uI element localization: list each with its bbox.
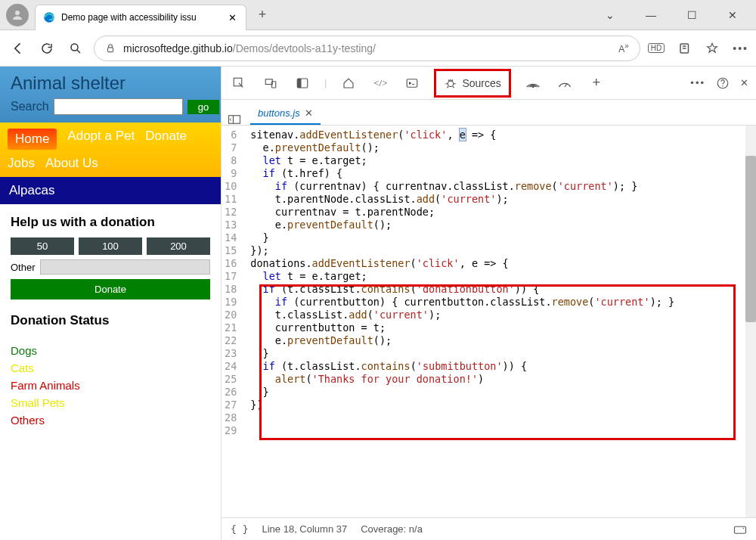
panel-icon[interactable]: [293, 71, 312, 95]
code-editor[interactable]: 6789101112131415161718192021222324252627…: [222, 126, 756, 517]
chevron-down-icon[interactable]: ⌄: [599, 9, 621, 21]
status-item[interactable]: Cats: [11, 359, 210, 377]
file-tabs: buttons.js ✕: [222, 100, 756, 126]
new-tab-button[interactable]: +: [251, 7, 274, 23]
svg-rect-15: [229, 116, 240, 124]
donation-amount-200[interactable]: 200: [147, 237, 210, 255]
donation-amount-100[interactable]: 100: [79, 237, 142, 255]
screenshot-icon[interactable]: [733, 524, 747, 535]
nav-about[interactable]: About Us: [45, 156, 98, 171]
more-tabs-button[interactable]: +: [587, 71, 606, 95]
refresh-button[interactable]: [36, 38, 57, 59]
status-item[interactable]: Farm Animals: [11, 377, 210, 394]
welcome-icon[interactable]: [339, 71, 358, 95]
edge-icon: [43, 11, 55, 23]
other-label: Other: [11, 262, 36, 273]
donate-button[interactable]: Donate: [11, 279, 210, 299]
donation-heading: Help us with a donation: [11, 215, 210, 230]
read-aloud-icon[interactable]: A»: [618, 42, 629, 54]
svg-point-11: [448, 81, 454, 87]
devtools-close-button[interactable]: ✕: [740, 77, 748, 88]
webpage-panel: Animal shelter Search go Home Adopt a Pe…: [0, 67, 221, 540]
site-nav: Home Adopt a Pet Donate Jobs About Us: [0, 123, 221, 177]
status-item[interactable]: Small Pets: [11, 394, 210, 411]
tab-close-button[interactable]: ✕: [226, 11, 238, 23]
search-button[interactable]: [65, 38, 86, 59]
address-bar: microsoftedge.github.io/Demos/devtools-a…: [0, 30, 756, 67]
bug-icon: [444, 76, 457, 90]
minimize-button[interactable]: —: [640, 9, 662, 21]
inspect-icon[interactable]: [229, 71, 249, 95]
svg-rect-6: [265, 79, 272, 84]
nav-donate[interactable]: Donate: [145, 129, 187, 150]
file-tab-close[interactable]: ✕: [305, 107, 313, 119]
devtools-statusbar: { } Line 18, Column 37 Coverage: n/a: [222, 517, 756, 540]
svg-point-0: [15, 11, 20, 15]
current-section[interactable]: Alpacas: [0, 177, 221, 204]
lock-icon: [105, 43, 116, 54]
search-input[interactable]: [54, 98, 183, 115]
pretty-print-button[interactable]: { }: [231, 523, 248, 535]
url-text: microsoftedge.github.io/Demos/devtools-a…: [123, 42, 611, 54]
more-icon[interactable]: •••: [733, 42, 748, 54]
back-button[interactable]: [8, 38, 29, 59]
collections-icon[interactable]: [678, 42, 692, 55]
page-title: Animal shelter: [11, 73, 210, 94]
close-window-button[interactable]: ✕: [721, 9, 744, 21]
console-icon[interactable]: [402, 71, 422, 95]
svg-rect-3: [108, 47, 113, 51]
devtools-more-icon[interactable]: •••: [690, 77, 705, 88]
donation-amount-50[interactable]: 50: [11, 237, 74, 255]
window-titlebar: Demo page with accessibility issu ✕ + ⌄ …: [0, 0, 756, 30]
sidebar-toggle-icon[interactable]: [228, 114, 246, 125]
profile-button[interactable]: [6, 4, 29, 26]
coverage-status: Coverage: n/a: [361, 523, 423, 535]
hd-icon[interactable]: HD: [648, 43, 665, 53]
elements-icon[interactable]: </>: [370, 71, 390, 95]
status-item[interactable]: Dogs: [11, 342, 210, 359]
person-icon: [11, 8, 24, 22]
devtools-panel: | </> Sources + ••• ✕ buttons.js ✕: [221, 67, 756, 540]
svg-rect-9: [297, 79, 301, 88]
search-label: Search: [11, 100, 49, 113]
status-list: DogsCatsFarm AnimalsSmall PetsOthers: [0, 339, 221, 432]
nav-adopt[interactable]: Adopt a Pet: [67, 129, 135, 150]
performance-icon[interactable]: [555, 71, 575, 95]
cursor-position: Line 18, Column 37: [262, 523, 347, 535]
nav-home[interactable]: Home: [8, 129, 57, 150]
svg-rect-10: [407, 79, 418, 87]
go-button[interactable]: go: [187, 100, 219, 114]
url-input[interactable]: microsoftedge.github.io/Demos/devtools-a…: [94, 36, 640, 61]
browser-tab[interactable]: Demo page with accessibility issu ✕: [35, 5, 246, 30]
svg-point-14: [722, 85, 723, 87]
donation-buttons: 50 100 200: [11, 237, 210, 255]
devtools-toolbar: | </> Sources + ••• ✕: [222, 67, 756, 100]
other-amount-input[interactable]: [40, 259, 210, 275]
svg-rect-16: [735, 526, 746, 533]
maximize-button[interactable]: ☐: [680, 9, 703, 21]
tab-title: Demo page with accessibility issu: [61, 12, 220, 23]
file-tab-buttons-js[interactable]: buttons.js ✕: [250, 103, 321, 125]
svg-point-2: [71, 44, 78, 51]
sources-tab[interactable]: Sources: [434, 69, 510, 98]
device-icon[interactable]: [261, 71, 280, 95]
svg-point-12: [532, 85, 534, 88]
help-icon[interactable]: [716, 76, 730, 90]
favorite-icon[interactable]: [705, 42, 719, 55]
scrollbar[interactable]: [745, 126, 756, 517]
nav-jobs[interactable]: Jobs: [8, 156, 35, 171]
svg-point-17: [743, 527, 745, 529]
status-item[interactable]: Others: [11, 411, 210, 429]
network-icon[interactable]: [523, 71, 543, 95]
status-heading: Donation Status: [11, 313, 210, 328]
